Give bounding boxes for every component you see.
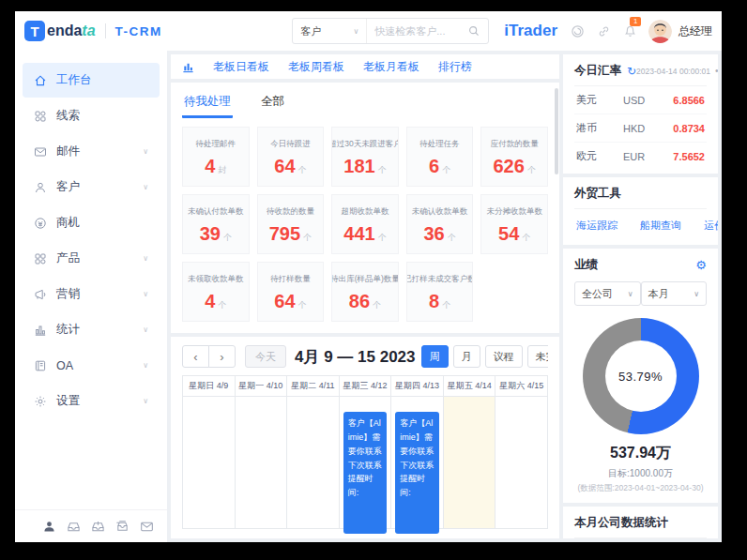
tab-all[interactable]: 全部 xyxy=(259,90,286,118)
kpi-card[interactable]: 超期收款单数441个 xyxy=(331,194,399,254)
link-icon[interactable] xyxy=(597,24,611,38)
day-column[interactable] xyxy=(444,397,496,528)
inbox-icon[interactable] xyxy=(67,520,81,534)
calendar-title: 4月 9 — 15 2023 xyxy=(295,346,416,368)
kpi-card[interactable]: 今日待跟进64个 xyxy=(257,127,325,187)
rate-rows: 美元USD6.8566港币HKD0.8734欧元EUR7.5652 xyxy=(574,86,707,165)
calendar-button-1[interactable]: 周 xyxy=(421,345,449,368)
sidebar-item-oa[interactable]: OA∨ xyxy=(23,348,160,383)
kpi-card[interactable]: 已打样未成交客户数8个 xyxy=(406,262,474,322)
calendar-button-4[interactable]: 未完成 xyxy=(527,345,548,368)
avatar-image xyxy=(648,20,672,43)
scrollbar-thumb[interactable] xyxy=(555,88,558,174)
day-column[interactable] xyxy=(183,397,236,528)
avatar[interactable] xyxy=(648,20,672,43)
todo-panel: 待我处理 全部 待处理邮件4封今日待跟进64个超过30天未跟进客户181个待处理… xyxy=(171,83,559,333)
sidebar-item-leads[interactable]: 线索 xyxy=(23,98,160,133)
calendar-event[interactable]: 客户【Alimie】需要你联系 下次联系提醒时间: xyxy=(343,412,388,534)
kpi-card[interactable]: 待出库(样品单)数量86个 xyxy=(331,262,399,322)
scope-select[interactable]: 全公司 ∨ xyxy=(574,281,641,306)
archive-icon[interactable] xyxy=(115,520,130,534)
clue-icon xyxy=(34,110,47,123)
kpi-number: 36 xyxy=(423,224,444,243)
period-select[interactable]: 本月 ∨ xyxy=(641,281,708,306)
kpi-label: 待处理任务 xyxy=(419,139,460,150)
main-area: 老板日看板老板周看板老板月看板排行榜 待我处理 全部 待处理邮件4封今日待跟进6… xyxy=(167,51,722,542)
itrader-link[interactable]: iTrader xyxy=(504,22,557,40)
kpi-unit: 个 xyxy=(522,234,530,242)
center-column: 老板日看板老板周看板老板月看板排行榜 待我处理 全部 待处理邮件4封今日待跟进6… xyxy=(171,54,559,538)
kpi-card[interactable]: 应付款的数量626个 xyxy=(480,127,548,187)
trade-tool-link-1[interactable]: 海运跟踪 xyxy=(576,219,617,233)
sidebar-item-settings[interactable]: 设置∨ xyxy=(23,384,160,418)
sidebar-item-customers[interactable]: 客户∨ xyxy=(23,170,160,204)
chevron-down-icon: ∨ xyxy=(628,290,633,298)
kpi-label: 待打样数量 xyxy=(270,274,311,285)
kpi-number: 6 xyxy=(429,157,439,175)
kpi-card[interactable]: 待打样数量64个 xyxy=(257,262,325,322)
kpi-label: 今日待跟进 xyxy=(270,139,311,150)
more-icon[interactable]: ••• xyxy=(715,66,718,76)
outbox-icon[interactable] xyxy=(91,520,105,534)
sidebar-item-opportunities[interactable]: 商机 xyxy=(23,205,160,240)
today-button[interactable]: 今天 xyxy=(245,345,286,368)
day-column[interactable] xyxy=(287,397,340,528)
board-tab-4[interactable]: 排行榜 xyxy=(438,59,472,75)
chevron-down-icon: ∨ xyxy=(143,147,148,156)
trade-tool-link-2[interactable]: 船期查询 xyxy=(640,219,681,233)
kpi-unit: 个 xyxy=(442,166,450,174)
calendar-button-3[interactable]: 议程 xyxy=(485,345,523,368)
day-column[interactable]: 客户【Alimie】需要你联系 下次联系提醒时间: xyxy=(391,397,444,528)
header-icon-group: 1 xyxy=(571,24,637,38)
sidebar-item-workbench[interactable]: 工作台 xyxy=(23,63,160,98)
calendar-toolbar: ‹ › 今天 4月 9 — 15 2023 周月议程未完成我指派的 xyxy=(182,345,548,368)
kpi-card[interactable]: 未领取收款单数4个 xyxy=(182,262,250,322)
sidebar-item-products[interactable]: 产品∨ xyxy=(23,241,160,276)
board-tab-2[interactable]: 老板周看板 xyxy=(288,59,344,75)
kpi-card[interactable]: 待处理邮件4封 xyxy=(182,127,250,187)
next-button[interactable]: › xyxy=(208,345,236,368)
current-user-role[interactable]: 总经理 xyxy=(678,23,712,39)
kpi-card[interactable]: 待处理任务6个 xyxy=(406,127,474,187)
kpi-value: 795个 xyxy=(269,224,312,243)
kpi-card[interactable]: 未确认收款单数36个 xyxy=(406,194,474,254)
service-icon[interactable] xyxy=(571,24,585,38)
rate-row: 港币HKD0.8734 xyxy=(574,114,707,143)
prev-button[interactable]: ‹ xyxy=(182,345,209,368)
kpi-label: 待处理邮件 xyxy=(196,139,236,150)
calendar-button-2[interactable]: 月 xyxy=(453,345,480,368)
search-category-select[interactable]: 客户 ∨ xyxy=(293,19,367,43)
sidebar-item-label: 工作台 xyxy=(56,72,92,88)
marketing-icon xyxy=(34,288,47,301)
tab-pending-mine[interactable]: 待我处理 xyxy=(182,90,233,118)
kpi-card[interactable]: 未确认付款单数39个 xyxy=(182,194,250,254)
sidebar-item-label: 设置 xyxy=(56,393,80,409)
refresh-icon[interactable]: ↻ xyxy=(627,66,636,77)
mail-send-icon[interactable] xyxy=(140,520,154,534)
kpi-card[interactable]: 未分摊收款单数54个 xyxy=(480,194,548,254)
day-column[interactable] xyxy=(495,397,547,528)
gear-icon[interactable]: ⚙ xyxy=(695,259,707,271)
kpi-card[interactable]: 超过30天未跟进客户181个 xyxy=(331,127,399,187)
calendar-event[interactable]: 客户【Alimie】需要你联系 下次联系提醒时间: xyxy=(395,412,439,534)
trade-tool-link-3[interactable]: 运价查询 xyxy=(704,219,718,233)
kpi-card[interactable]: 待收款的数量795个 xyxy=(257,194,325,254)
notification-bell[interactable]: 1 xyxy=(623,24,637,38)
sidebar-item-marketing[interactable]: 营销∨ xyxy=(23,277,160,311)
board-tab-1[interactable]: 老板日看板 xyxy=(213,59,269,75)
board-tab-3[interactable]: 老板月看板 xyxy=(363,59,419,75)
sidebar-item-mail[interactable]: 邮件∨ xyxy=(23,134,160,169)
day-header: 星期三 4/12 xyxy=(340,376,392,396)
sidebar-item-statistics[interactable]: 统计∨ xyxy=(23,312,160,347)
home-icon xyxy=(34,74,47,87)
kpi-number: 795 xyxy=(269,224,300,243)
day-column[interactable]: 客户【Alimie】需要你联系 下次联系提醒时间: xyxy=(340,397,392,528)
kpi-label: 待收款的数量 xyxy=(267,206,314,218)
search-input[interactable] xyxy=(367,25,467,37)
kpi-value: 54个 xyxy=(498,224,530,243)
sidebar: 工作台线索邮件∨客户∨商机产品∨营销∨统计∨OA∨设置∨ xyxy=(15,51,167,542)
monthly-stats-header: 本月公司数据统计 xyxy=(574,515,707,538)
search-icon[interactable] xyxy=(467,24,480,38)
contacts-icon[interactable] xyxy=(42,520,56,534)
day-column[interactable] xyxy=(236,397,288,528)
